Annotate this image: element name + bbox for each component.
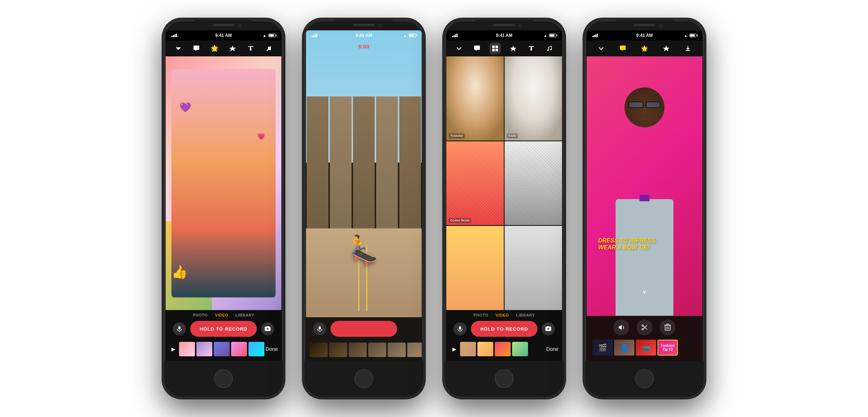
clip-4-2[interactable]: 👤	[614, 340, 634, 356]
svg-rect-3	[250, 46, 251, 51]
main-content-1: 💜 💗 👍	[166, 56, 281, 310]
speech-bubble-icon-3[interactable]	[471, 43, 483, 54]
home-btn-3[interactable]	[495, 369, 514, 388]
chevron-down-icon-1[interactable]	[173, 43, 184, 54]
bar3	[174, 34, 175, 37]
filter-cell-bw[interactable]	[505, 141, 562, 225]
speech-bubble-icon-1[interactable]	[191, 43, 202, 54]
tab-photo-1[interactable]: PHOTO	[193, 313, 208, 317]
filter-cell-transfer[interactable]: Transfer	[446, 56, 504, 141]
home-btn-4[interactable]	[635, 369, 654, 388]
main-content-4: DRESS TO IMPRESS:WEAR A BOW TIE! ∨	[587, 56, 702, 316]
sb2-4	[316, 34, 317, 37]
volume-btn-4[interactable]	[613, 319, 629, 335]
chevron-down-icon-3[interactable]	[453, 43, 465, 54]
screen-1: 9:41 AM ▲ 🌟	[166, 30, 281, 361]
home-btn-2[interactable]	[354, 369, 373, 388]
filter-icon-3[interactable]	[489, 43, 501, 54]
status-time-3: 9:41 AM	[496, 33, 512, 38]
thumb-1-3	[214, 342, 230, 356]
sb4-4	[597, 34, 598, 37]
t2-6	[407, 343, 422, 357]
star-icon-3[interactable]	[507, 43, 519, 54]
phone-2: 🛹 🏃 0:03 9:41 AM ▲	[302, 18, 425, 399]
status-right-3: ▲	[544, 34, 556, 38]
signal-bars-4	[592, 34, 598, 37]
wifi-3: ▲	[544, 34, 547, 38]
edit-row-4	[592, 319, 697, 335]
heart-icon-4[interactable]: 🌟	[639, 43, 650, 54]
chevron-down-icon-4[interactable]	[595, 43, 607, 54]
download-icon-4[interactable]	[682, 43, 694, 54]
sticker-icon-1[interactable]: 🌟	[209, 43, 220, 54]
done-label-3[interactable]: Done	[546, 346, 558, 352]
music-icon-3[interactable]	[544, 43, 555, 54]
status-right-2: ▲	[403, 34, 416, 38]
star-icon-1[interactable]	[227, 43, 238, 54]
edit-controls-4: 🎬 👤 📹 FashionTip #2	[587, 316, 702, 361]
speaker-3	[493, 24, 515, 26]
heart-pink: 💗	[257, 133, 265, 141]
clip-4-3[interactable]: 📹	[636, 340, 656, 356]
tab-library-3[interactable]: LIBRARY	[516, 313, 535, 317]
mic-btn-1[interactable]	[173, 322, 186, 335]
speech-bubble-icon-4[interactable]	[617, 43, 629, 54]
bar5	[177, 36, 178, 37]
record-btn-text-3: HOLD TO RECORD	[480, 326, 528, 332]
tab-video-3[interactable]: VIDEO	[495, 313, 509, 317]
speaker-2	[353, 24, 375, 26]
svg-line-29	[643, 325, 647, 329]
tab-photo-3[interactable]: PHOTO	[473, 313, 488, 317]
filter-cell-comic1[interactable]: Comic Book	[446, 141, 504, 225]
camera-btn-1[interactable]	[261, 322, 274, 335]
phones-container: 9:41 AM ▲ 🌟	[0, 4, 868, 413]
record-row-2	[306, 321, 422, 337]
tab-library-1[interactable]: LIBRARY	[235, 313, 254, 317]
mic-btn-2[interactable]	[313, 322, 326, 335]
star-icon-4[interactable]	[660, 43, 672, 54]
text-icon-1[interactable]	[245, 43, 256, 54]
battery-3	[549, 34, 556, 37]
svg-point-27	[642, 328, 643, 330]
clip-4-4[interactable]: FashionTip #2	[658, 340, 678, 356]
svg-marker-1	[229, 46, 236, 51]
done-label-1[interactable]: Done	[266, 346, 278, 352]
right-lens	[646, 102, 660, 108]
signal-bars-3	[452, 34, 458, 37]
music-icon-1[interactable]	[263, 43, 275, 54]
play-btn-3[interactable]: ▶	[450, 345, 459, 353]
recording-timer: 0:03	[358, 43, 369, 50]
svg-rect-21	[459, 326, 461, 330]
mode-tabs-3: PHOTO VIDEO LIBRARY	[446, 313, 562, 317]
sb3-3	[455, 34, 456, 37]
tab-video-1[interactable]: VIDEO	[215, 313, 228, 317]
camera-3	[518, 24, 522, 27]
heart-purple: 💜	[179, 102, 191, 113]
status-right-1: ▲	[263, 33, 276, 38]
wifi-2: ▲	[403, 34, 407, 38]
camera-btn-3[interactable]	[542, 322, 555, 335]
battery-fill-2	[409, 34, 414, 36]
status-bar-4: 9:41 AM ▲	[587, 30, 702, 40]
svg-point-8	[267, 328, 269, 330]
trash-btn-4[interactable]	[660, 319, 676, 335]
screen-4: 9:41 AM ▲ 🌟	[587, 30, 702, 361]
text-icon-3[interactable]	[526, 43, 537, 54]
clip-4-1[interactable]: 🎬	[592, 340, 613, 356]
record-btn-1[interactable]: HOLD TO RECORD	[190, 321, 257, 337]
mode-tabs-1: PHOTO VIDEO LIBRARY	[166, 313, 281, 317]
home-btn-1[interactable]	[214, 369, 233, 388]
camera-4	[659, 24, 662, 27]
scissors-btn-4[interactable]	[637, 319, 652, 335]
toolbar-1: 🌟	[166, 40, 281, 56]
filter-cell-yellow[interactable]	[446, 226, 504, 310]
play-btn-1[interactable]: ▶	[169, 345, 178, 353]
timeline-strip-1: ▶ Done	[166, 340, 281, 358]
svg-rect-9	[319, 326, 321, 330]
recording-progress-2[interactable]	[331, 321, 397, 337]
record-btn-3[interactable]: HOLD TO RECORD	[471, 321, 537, 337]
portrait-bg: DRESS TO IMPRESS:WEAR A BOW TIE! ∨	[587, 56, 702, 316]
filter-cell-sketch[interactable]	[505, 226, 562, 310]
mic-btn-3[interactable]	[454, 322, 467, 335]
filter-cell-fade[interactable]: Fade	[505, 56, 562, 141]
